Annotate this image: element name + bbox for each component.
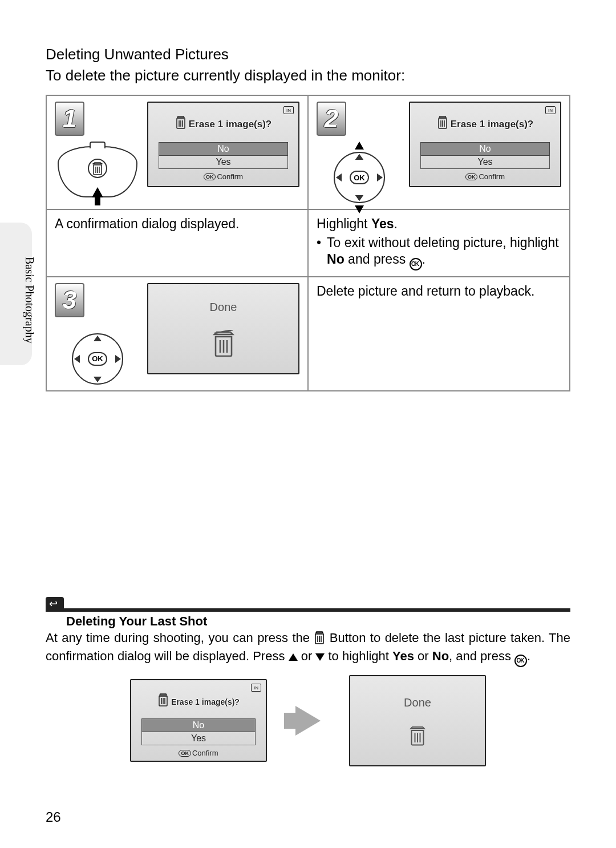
up-triangle-icon xyxy=(289,653,298,661)
step-badge-1: 1 xyxy=(55,102,84,136)
note-body: At any time during shooting, you can pre… xyxy=(46,630,570,667)
trash-icon xyxy=(175,115,187,132)
note-separator xyxy=(46,608,570,612)
step-2-illustration: 2 OK IN Erase 1 image(s)? No Yes xyxy=(308,95,570,209)
step-badge-2: 2 xyxy=(317,102,346,136)
lcd-step-1: IN Erase 1 image(s)? No Yes OKConfirm xyxy=(147,102,299,187)
done-label: Done xyxy=(404,696,431,709)
ok-inline-icon: O xyxy=(514,655,527,667)
note-illustration-row: IN Erase 1 image(s)? No Yes OKConfirm Do… xyxy=(46,675,570,766)
trash-icon xyxy=(314,631,325,649)
lcd-note-prompt: IN Erase 1 image(s)? No Yes OKConfirm xyxy=(130,679,267,762)
option-no[interactable]: No xyxy=(141,718,256,732)
intro-text: To delete the picture currently displaye… xyxy=(46,67,570,84)
step-1-illustration: 1 IN Erase 1 image(s)? No Yes xyxy=(46,95,308,209)
trash-icon xyxy=(212,330,235,357)
confirm-hint: OKConfirm xyxy=(154,172,293,181)
note-heading: Deleting Your Last Shot xyxy=(66,614,570,629)
arrow-right-icon xyxy=(295,706,321,736)
step-3-desc: Delete picture and return to playback. xyxy=(308,277,570,391)
lcd-note-done: Done xyxy=(349,675,486,766)
lcd-step-3-done: Done xyxy=(147,283,299,374)
option-no[interactable]: No xyxy=(159,142,288,156)
option-yes[interactable]: Yes xyxy=(159,156,288,169)
side-tab-label: Basic Photography xyxy=(23,257,36,344)
trash-button-icon xyxy=(88,159,107,178)
dpad-icon: OK xyxy=(72,333,123,385)
dpad-icon: OK xyxy=(334,152,385,203)
ok-inline-icon: O xyxy=(410,258,422,270)
step-2-desc: Highlight Yes. To exit without deleting … xyxy=(308,209,570,277)
lcd-step-2: IN Erase 1 image(s)? No Yes OKConfirm xyxy=(409,102,561,187)
press-up-arrow-icon xyxy=(92,187,103,197)
trash-icon xyxy=(409,725,426,746)
in-badge-icon: IN xyxy=(545,106,556,114)
done-label: Done xyxy=(210,301,237,314)
steps-table: 1 IN Erase 1 image(s)? No Yes xyxy=(46,95,570,391)
camera-top-view xyxy=(58,146,137,197)
section-heading: Deleting Unwanted Pictures xyxy=(46,46,570,63)
ok-button-icon: OK xyxy=(88,352,107,366)
option-yes[interactable]: Yes xyxy=(420,156,550,169)
ok-button-icon: OK xyxy=(350,171,369,184)
page-number: 26 xyxy=(46,809,61,825)
trash-icon xyxy=(157,693,169,708)
step-1-desc: A confirmation dialog displayed. xyxy=(46,209,308,277)
step-badge-3: 3 xyxy=(55,283,84,317)
down-triangle-icon xyxy=(315,653,325,661)
option-yes[interactable]: Yes xyxy=(141,732,256,745)
in-badge-icon: IN xyxy=(251,684,261,692)
step-3-illustration: 3 OK Done xyxy=(46,277,308,391)
confirm-hint: OKConfirm xyxy=(416,172,554,181)
option-no[interactable]: No xyxy=(420,142,550,156)
trash-icon xyxy=(437,115,448,132)
in-badge-icon: IN xyxy=(283,106,294,114)
lcd-prompt: Erase 1 image(s)? xyxy=(154,115,293,132)
lcd-prompt: Erase 1 image(s)? xyxy=(416,115,554,132)
